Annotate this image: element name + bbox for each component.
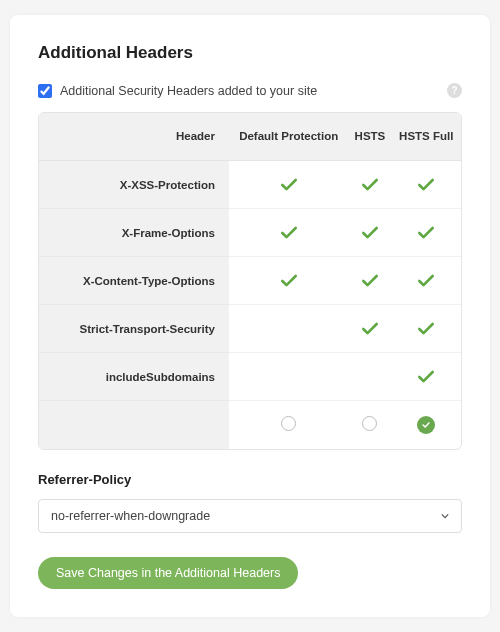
table-cell xyxy=(229,257,348,305)
check-icon xyxy=(229,175,348,195)
table-cell xyxy=(229,209,348,257)
additional-headers-card: Additional Headers Additional Security H… xyxy=(10,15,490,617)
col-hsts-full: HSTS Full xyxy=(392,113,462,161)
referrer-policy-value: no-referrer-when-downgrade xyxy=(51,509,210,523)
table-row: includeSubdomains xyxy=(39,353,461,401)
check-icon xyxy=(348,319,391,339)
row-header xyxy=(39,401,229,449)
plan-radio-cell[interactable] xyxy=(392,401,462,449)
referrer-policy-label: Referrer-Policy xyxy=(38,472,462,487)
check-icon xyxy=(392,271,462,291)
table-cell xyxy=(348,305,391,353)
col-hsts: HSTS xyxy=(348,113,391,161)
plan-radio-cell[interactable] xyxy=(229,401,348,449)
check-icon xyxy=(392,319,462,339)
chevron-down-icon xyxy=(441,513,449,519)
check-icon xyxy=(348,175,391,195)
plan-selector-row xyxy=(39,401,461,449)
table-cell xyxy=(392,257,462,305)
check-icon xyxy=(392,367,462,387)
card-title: Additional Headers xyxy=(38,43,462,63)
table-cell xyxy=(348,353,391,401)
table-cell xyxy=(348,161,391,209)
enable-headers-checkbox[interactable] xyxy=(38,84,52,98)
headers-table: Header Default Protection HSTS HSTS Full… xyxy=(38,112,462,450)
table-cell xyxy=(348,257,391,305)
row-header: X-Frame-Options xyxy=(39,209,229,257)
row-header: includeSubdomains xyxy=(39,353,229,401)
table-cell xyxy=(229,305,348,353)
table-cell xyxy=(392,353,462,401)
referrer-policy-select[interactable]: no-referrer-when-downgrade xyxy=(38,499,462,533)
table-cell xyxy=(392,161,462,209)
table-row: X-Frame-Options xyxy=(39,209,461,257)
row-header: Strict-Transport-Security xyxy=(39,305,229,353)
table-cell xyxy=(229,353,348,401)
table-cell xyxy=(392,305,462,353)
plan-radio-cell[interactable] xyxy=(348,401,391,449)
help-icon[interactable]: ? xyxy=(447,83,462,98)
radio-selected-icon xyxy=(417,416,435,434)
check-icon xyxy=(392,175,462,195)
check-icon xyxy=(229,223,348,243)
table-cell xyxy=(229,161,348,209)
table-cell xyxy=(348,209,391,257)
row-header: X-Content-Type-Options xyxy=(39,257,229,305)
check-icon xyxy=(392,223,462,243)
table-row: X-XSS-Protection xyxy=(39,161,461,209)
table-row: X-Content-Type-Options xyxy=(39,257,461,305)
radio-icon xyxy=(281,416,296,431)
check-icon xyxy=(348,271,391,291)
col-header-label: Header xyxy=(39,113,229,161)
save-button[interactable]: Save Changes in the Additional Headers xyxy=(38,557,298,589)
table-cell xyxy=(392,209,462,257)
enable-headers-label: Additional Security Headers added to you… xyxy=(60,84,439,98)
row-header: X-XSS-Protection xyxy=(39,161,229,209)
enable-headers-row: Additional Security Headers added to you… xyxy=(38,83,462,98)
table-row: Strict-Transport-Security xyxy=(39,305,461,353)
radio-icon xyxy=(362,416,377,431)
check-icon xyxy=(229,271,348,291)
check-icon xyxy=(348,223,391,243)
col-default-protection: Default Protection xyxy=(229,113,348,161)
